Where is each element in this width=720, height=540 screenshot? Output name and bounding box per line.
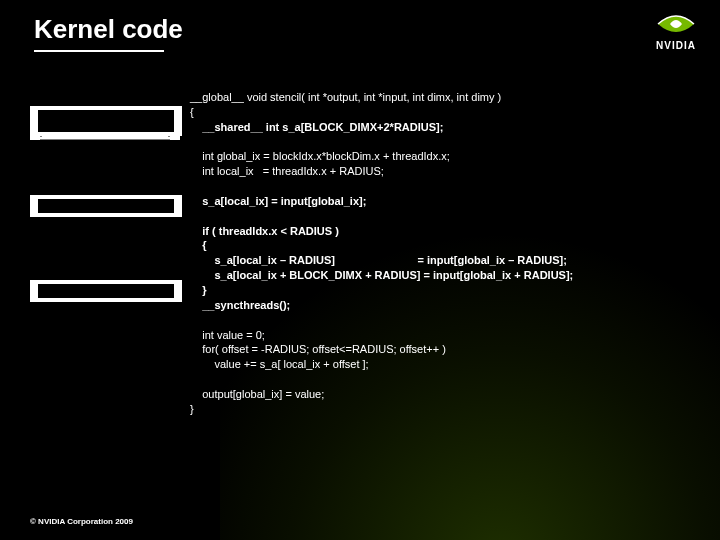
copyright-text: © NVIDIA Corporation 2009 [30, 517, 133, 526]
code-line: { [190, 106, 194, 118]
brace-bracket-icon [30, 195, 180, 217]
svg-rect-4 [38, 106, 174, 110]
code-line: output[global_ix] = value; [190, 388, 324, 400]
code-line: value += s_a[ local_ix + offset ]; [190, 358, 369, 370]
svg-rect-14 [38, 298, 174, 302]
code-line: __global__ void stencil( int *output, in… [190, 91, 501, 103]
brace-bracket-icon [30, 280, 180, 302]
svg-rect-5 [38, 132, 174, 136]
title-underline [34, 50, 164, 52]
code-line: int local_ix = threadIdx.x + RADIUS; [190, 165, 384, 177]
code-block: __global__ void stencil( int *output, in… [190, 90, 573, 417]
code-line: s_a[local_ix – RADIUS] = input[global_ix… [190, 254, 567, 266]
svg-rect-3 [174, 106, 182, 136]
code-line: } [190, 403, 194, 415]
logo-text: NVIDIA [652, 40, 700, 51]
nvidia-logo: NVIDIA [652, 10, 700, 51]
svg-rect-7 [30, 195, 38, 217]
svg-rect-12 [174, 280, 182, 302]
code-line: __syncthreads(); [190, 299, 290, 311]
svg-rect-10 [38, 213, 174, 217]
svg-rect-13 [38, 280, 174, 284]
brace-bracket-icon [30, 106, 180, 136]
svg-rect-8 [174, 195, 182, 217]
nvidia-eye-icon [652, 10, 700, 38]
slide-title: Kernel code [34, 14, 183, 45]
svg-rect-11 [30, 280, 38, 302]
code-line: for( offset = -RADIUS; offset<=RADIUS; o… [190, 343, 446, 355]
code-line: { [190, 239, 207, 251]
code-line: s_a[local_ix] = input[global_ix]; [190, 195, 366, 207]
code-line: __shared__ int s_a[BLOCK_DIMX+2*RADIUS]; [190, 121, 443, 133]
code-line: s_a[local_ix + BLOCK_DIMX + RADIUS] = in… [190, 269, 573, 281]
svg-rect-9 [38, 195, 174, 199]
svg-rect-2 [30, 106, 38, 136]
code-line: } [190, 284, 207, 296]
code-line: if ( threadIdx.x < RADIUS ) [190, 225, 339, 237]
svg-rect-6 [38, 110, 174, 132]
code-line: int global_ix = blockIdx.x*blockDim.x + … [190, 150, 450, 162]
code-line: int value = 0; [190, 329, 265, 341]
